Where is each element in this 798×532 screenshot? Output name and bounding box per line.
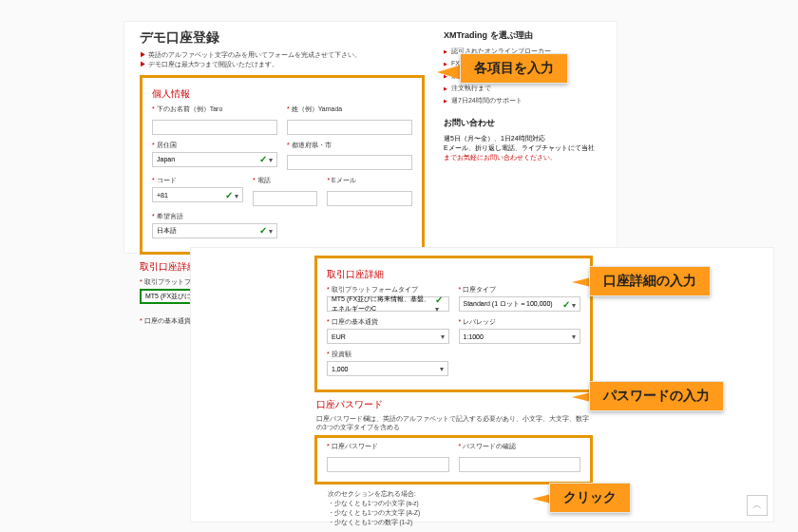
first-name-label: 下のお名前（例）Taro xyxy=(152,104,277,114)
arrow-icon xyxy=(532,494,551,504)
sidebar-item: 注文執行まで xyxy=(444,84,605,93)
contact-block: お問い合わせ 週5日（月〜金）、1日24時間対応 Eメール、折り返し電話、ライブ… xyxy=(444,117,605,162)
city-input[interactable] xyxy=(287,155,412,170)
section-heading-trade: 取引口座詳細 xyxy=(327,268,580,281)
password-desc: 口座パスワード欄は、英語のアルファベットで記入する必要があり、小文字、大文字、数… xyxy=(316,415,593,432)
email-label: Eメール xyxy=(327,176,412,185)
base-currency-label: 口座の基本通貨 xyxy=(327,317,449,327)
chevron-down-icon: ▾ xyxy=(269,227,273,236)
base-currency-label-top: 口座の基本通貨 xyxy=(140,317,191,324)
callout-2: 口座詳細の入力 xyxy=(589,266,711,296)
city-label: 都道府県・市 xyxy=(287,141,412,150)
chevron-down-icon: ▾ xyxy=(435,305,439,314)
chevron-down-icon: ▾ xyxy=(269,156,273,164)
check-icon: ✓ xyxy=(259,154,267,164)
invest-select[interactable]: 1,000 ▾ xyxy=(327,361,448,376)
chevron-down-icon: ▾ xyxy=(441,332,445,341)
check-icon: ✓ xyxy=(259,225,267,236)
section-heading-personal: 個人情報 xyxy=(152,87,412,101)
scroll-top-button[interactable]: ︿ xyxy=(747,495,768,516)
contact-heading: お問い合わせ xyxy=(444,117,605,129)
country-label: 居住国 xyxy=(152,141,277,150)
invest-label: 投資額 xyxy=(327,350,448,359)
check-icon: ✓ xyxy=(435,294,443,305)
personal-info-section: 個人情報 下のお名前（例）Taro 姓（例）Yamada 居住国 Japan ✓… xyxy=(140,75,425,255)
callout-3: パスワードの入力 xyxy=(589,381,724,411)
last-name-label: 姓（例）Yamada xyxy=(287,104,412,114)
base-currency-select[interactable]: EUR ▾ xyxy=(327,329,449,344)
acct-type-label: 口座タイプ xyxy=(459,285,581,294)
check-icon: ✓ xyxy=(562,299,570,310)
chevron-down-icon: ▾ xyxy=(235,192,238,200)
arrow-icon xyxy=(572,277,591,287)
last-name-input[interactable] xyxy=(287,120,412,135)
chevron-up-icon: ︿ xyxy=(752,499,762,512)
leverage-select[interactable]: 1:1000 ▾ xyxy=(459,329,581,344)
sidebar-heading: XMTrading を選ぶ理由 xyxy=(444,29,605,42)
chevron-down-icon: ▾ xyxy=(572,301,576,310)
pw-label: 口座パスワード xyxy=(327,442,449,451)
email-input[interactable] xyxy=(327,191,412,206)
arrow-icon xyxy=(437,65,462,80)
callout-4: クリック xyxy=(549,483,631,513)
section-heading-password: 口座パスワード xyxy=(316,398,593,411)
pw-confirm-label: パスワードの確認 xyxy=(459,442,581,451)
code-select[interactable]: +81 ✓ ▾ xyxy=(152,187,243,202)
lang-select[interactable]: 日本語 ✓ ▾ xyxy=(152,223,277,238)
acct-type-select[interactable]: Standard (1 ロット＝100,000) ✓ ▾ xyxy=(459,296,581,312)
password-input[interactable] xyxy=(327,457,449,472)
arrow-icon xyxy=(572,392,591,402)
reasons-sidebar: XMTrading を選ぶ理由 認可されたオンラインブローカー FX、仮想通貨の… xyxy=(444,29,605,162)
check-icon: ✓ xyxy=(225,190,233,200)
leverage-label: レバレッジ xyxy=(459,317,581,327)
country-select[interactable]: Japan ✓ ▾ xyxy=(152,152,277,167)
chevron-down-icon: ▾ xyxy=(440,365,444,373)
phone-input[interactable] xyxy=(253,191,318,206)
trade-detail-section: 取引口座詳細 取引プラットフォームタイプ MT5 (FX並びに将来情報、基盤、エ… xyxy=(314,256,593,392)
chevron-down-icon: ▾ xyxy=(572,332,576,341)
password-confirm-input[interactable] xyxy=(459,457,581,472)
password-section: 口座パスワード パスワードの確認 xyxy=(314,435,593,484)
callout-1: 各項目を入力 xyxy=(460,53,568,84)
phone-label: 電話 xyxy=(253,176,318,185)
platform-select[interactable]: MT5 (FX並びに将来情報、基盤、エネルギーのC ✓ ▾ xyxy=(327,296,449,312)
first-name-input[interactable] xyxy=(152,120,277,135)
platform-label: 取引プラットフォームタイプ xyxy=(327,285,449,294)
code-label: コード xyxy=(152,176,243,185)
sidebar-item: 週7日24時間のサポート xyxy=(444,96,605,105)
lang-label: 希望言語 xyxy=(152,212,277,221)
